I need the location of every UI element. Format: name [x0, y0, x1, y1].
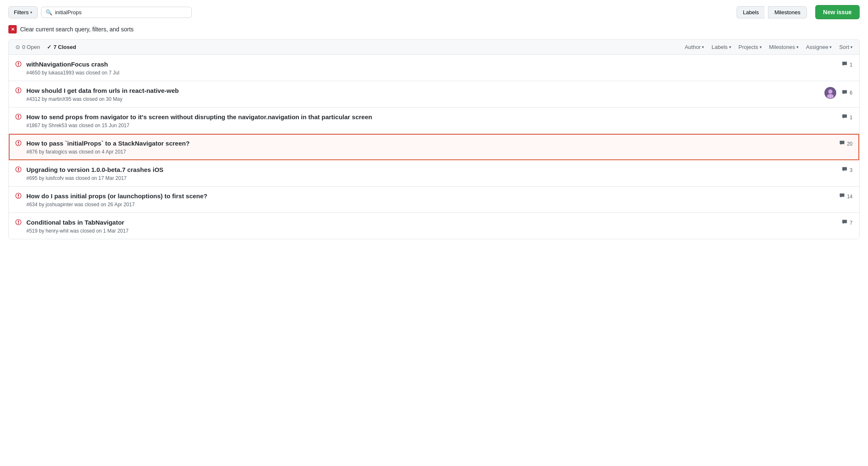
- assignee-label: Assignee: [806, 44, 828, 50]
- milestones-filter-label: Milestones: [769, 44, 795, 50]
- closed-tab[interactable]: ✓ 7 Closed: [47, 44, 76, 50]
- assignee-chevron-icon: ▾: [829, 45, 832, 49]
- issue-title[interactable]: How to send props from navigator to it's…: [26, 113, 837, 121]
- filters-label: Filters: [14, 9, 28, 15]
- assignee-filter-button[interactable]: Assignee ▾: [806, 44, 832, 50]
- search-input[interactable]: [55, 9, 187, 15]
- comment-number: 6: [850, 90, 853, 96]
- comment-count: 6: [841, 89, 853, 97]
- issue-title[interactable]: Upgrading to version 1.0.0-beta.7 crashe…: [26, 165, 837, 174]
- milestones-filter-button[interactable]: Milestones ▾: [769, 44, 799, 50]
- author-chevron-icon: ▾: [702, 45, 704, 49]
- clear-search-icon[interactable]: ✕: [8, 25, 17, 33]
- issues-container: ⊙ 0 Open ✓ 7 Closed Author ▾ Labels ▾ Pr…: [8, 39, 860, 239]
- comment-icon: [841, 61, 848, 69]
- issue-meta: #4650 by lukasa1993 was closed on 7 Jul: [26, 70, 837, 76]
- comment-count: 7: [841, 219, 853, 227]
- milestones-label: Milestones: [774, 9, 800, 15]
- closed-icon: ✓: [47, 44, 51, 50]
- issue-content: How to pass `initialProps` to a StackNav…: [26, 139, 835, 155]
- header-filters: Author ▾ Labels ▾ Projects ▾ Milestones …: [685, 44, 853, 50]
- author-label: Author: [685, 44, 701, 50]
- issue-content: Conditional tabs in TabNavigator #519 by…: [26, 218, 837, 234]
- open-tab[interactable]: ⊙ 0 Open: [15, 44, 40, 50]
- issue-row: withNavigationFocus crash #4650 by lukas…: [9, 55, 859, 81]
- issue-content: withNavigationFocus crash #4650 by lukas…: [26, 60, 837, 76]
- clear-search-bar: ✕ Clear current search query, filters, a…: [8, 25, 860, 33]
- issues-list: withNavigationFocus crash #4650 by lukas…: [9, 55, 859, 239]
- issue-meta: #695 by luisfcofv was closed on 17 Mar 2…: [26, 175, 837, 181]
- header-tabs: ⊙ 0 Open ✓ 7 Closed: [15, 44, 685, 50]
- search-box: 🔍: [41, 7, 192, 18]
- issue-content: How to send props from navigator to it's…: [26, 113, 837, 128]
- comment-icon: [839, 192, 845, 200]
- comment-count: 1: [841, 113, 853, 121]
- issue-content: How should I get data from urls in react…: [26, 86, 820, 102]
- svg-point-1: [828, 90, 832, 94]
- comment-count: 3: [841, 166, 853, 174]
- issue-meta: #519 by henry-whil was closed on 1 Mar 2…: [26, 228, 837, 234]
- labels-chevron-icon: ▾: [729, 45, 731, 49]
- sort-button[interactable]: Sort ▾: [839, 44, 853, 50]
- filters-button[interactable]: Filters ▾: [8, 6, 38, 18]
- issue-title[interactable]: Conditional tabs in TabNavigator: [26, 218, 837, 227]
- comment-icon: [841, 219, 848, 227]
- issue-title[interactable]: How to pass `initialProps` to a StackNav…: [26, 139, 835, 148]
- labels-label: Labels: [743, 9, 759, 15]
- issue-row: How do I pass initial props (or launchop…: [9, 187, 859, 213]
- sort-label: Sort: [839, 44, 849, 50]
- clear-search-text: Clear current search query, filters, and…: [20, 26, 134, 33]
- comment-count: 14: [839, 192, 853, 200]
- open-count: 0 Open: [22, 44, 40, 50]
- issue-content: How do I pass initial props (or launchop…: [26, 192, 835, 207]
- issue-closed-icon: [15, 61, 22, 69]
- projects-label: Projects: [739, 44, 758, 50]
- filters-chevron-icon: ▾: [30, 10, 32, 15]
- labels-filter-label: Labels: [711, 44, 727, 50]
- issue-closed-icon: [15, 166, 22, 174]
- issue-title[interactable]: How should I get data from urls in react…: [26, 86, 820, 95]
- issue-right: 6: [824, 87, 853, 99]
- issue-row: How to send props from navigator to it's…: [9, 108, 859, 134]
- issue-title[interactable]: withNavigationFocus crash: [26, 60, 837, 69]
- issues-header: ⊙ 0 Open ✓ 7 Closed Author ▾ Labels ▾ Pr…: [9, 40, 859, 55]
- comment-number: 3: [850, 167, 853, 173]
- labels-filter-button[interactable]: Labels ▾: [711, 44, 731, 50]
- comment-icon: [841, 113, 848, 121]
- projects-chevron-icon: ▾: [760, 45, 762, 49]
- author-filter-button[interactable]: Author ▾: [685, 44, 704, 50]
- issue-right: 3: [841, 166, 853, 174]
- svg-point-2: [827, 94, 834, 98]
- issue-row: How should I get data from urls in react…: [9, 81, 859, 108]
- sort-chevron-icon: ▾: [850, 45, 853, 49]
- issue-row: Conditional tabs in TabNavigator #519 by…: [9, 213, 859, 239]
- open-icon: ⊙: [15, 44, 20, 50]
- issue-meta: #1867 by Shrek53 was closed on 15 Jun 20…: [26, 123, 837, 128]
- issue-row: Upgrading to version 1.0.0-beta.7 crashe…: [9, 160, 859, 187]
- comment-count: 1: [841, 61, 853, 69]
- comment-icon: [839, 140, 845, 148]
- issue-meta: #4312 by martinX95 was closed on 30 May: [26, 96, 820, 102]
- comment-count: 20: [839, 140, 853, 148]
- comment-number: 1: [850, 115, 853, 120]
- issue-closed-icon: [15, 113, 22, 121]
- issue-right: 1: [841, 61, 853, 69]
- issue-meta: #876 by faralogics was closed on 4 Apr 2…: [26, 149, 835, 155]
- issue-right: 14: [839, 192, 853, 200]
- comment-icon: [841, 89, 848, 97]
- issue-closed-icon: [15, 140, 22, 148]
- comment-number: 20: [847, 141, 853, 147]
- milestones-chevron-icon: ▾: [796, 45, 799, 49]
- issue-title[interactable]: How do I pass initial props (or launchop…: [26, 192, 835, 200]
- comment-number: 7: [850, 220, 853, 226]
- milestones-button[interactable]: Milestones: [768, 6, 806, 18]
- search-icon: 🔍: [46, 9, 52, 15]
- issue-closed-icon: [15, 192, 22, 200]
- new-issue-button[interactable]: New issue: [815, 5, 860, 19]
- labels-button[interactable]: Labels: [737, 6, 765, 18]
- issue-meta: #634 by joshuapinter was closed on 26 Ap…: [26, 202, 835, 207]
- issue-content: Upgrading to version 1.0.0-beta.7 crashe…: [26, 165, 837, 181]
- issue-right: 7: [841, 219, 853, 227]
- projects-filter-button[interactable]: Projects ▾: [739, 44, 762, 50]
- top-bar: Filters ▾ 🔍 Labels Milestones New issue: [8, 5, 860, 19]
